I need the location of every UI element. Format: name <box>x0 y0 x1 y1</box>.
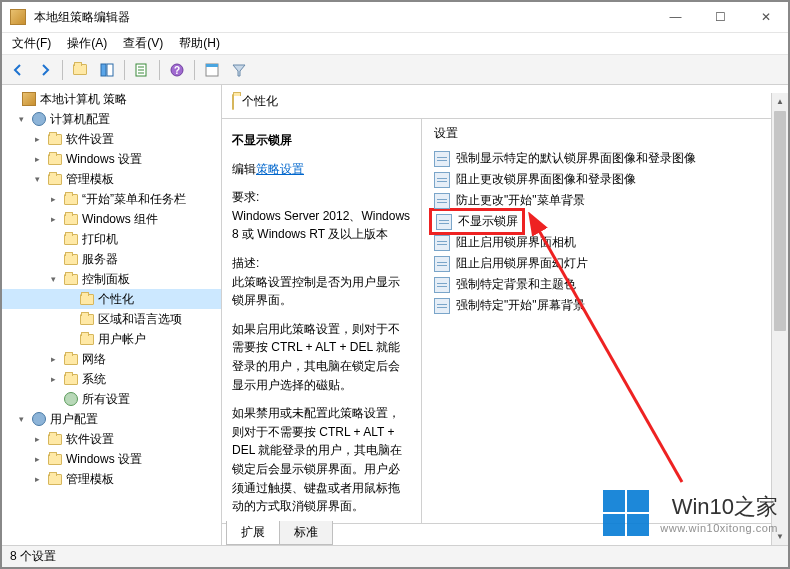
list-item[interactable]: 阻止启用锁屏界面相机 <box>434 232 776 253</box>
settings-list-column: 设置 强制显示特定的默认锁屏界面图像和登录图像 阻止更改锁屏界面图像和登录图像 … <box>422 119 788 523</box>
window-title: 本地组策略编辑器 <box>34 9 653 26</box>
tree-label: 所有设置 <box>82 391 130 408</box>
separator <box>62 60 63 80</box>
list-item[interactable]: 阻止更改锁屏界面图像和登录图像 <box>434 169 776 190</box>
tree-windows-settings[interactable]: ▸Windows 设置 <box>2 149 221 169</box>
tree-label: 打印机 <box>82 231 118 248</box>
list-label: 阻止启用锁屏界面相机 <box>456 234 576 251</box>
tree-region-language[interactable]: 区域和语言选项 <box>2 309 221 329</box>
policy-icon <box>434 298 450 314</box>
list-item[interactable]: 强制特定背景和主题色 <box>434 274 776 295</box>
list-label: 强制特定"开始"屏幕背景 <box>456 297 585 314</box>
edit-label: 编辑 <box>232 162 256 176</box>
content-body: 本地计算机 策略 ▾计算机配置 ▸软件设置 ▸Windows 设置 ▾管理模板 … <box>2 85 788 545</box>
tree-system[interactable]: ▸系统 <box>2 369 221 389</box>
close-button[interactable]: ✕ <box>743 2 788 32</box>
policy-icon <box>434 151 450 167</box>
list-label: 阻止更改锁屏界面图像和登录图像 <box>456 171 636 188</box>
forward-button[interactable] <box>33 58 57 82</box>
help-button[interactable]: ? <box>165 58 189 82</box>
tree-label: 计算机配置 <box>50 111 110 128</box>
menu-help[interactable]: 帮助(H) <box>179 35 220 52</box>
list-label: 强制显示特定的默认锁屏界面图像和登录图像 <box>456 150 696 167</box>
scroll-thumb[interactable] <box>774 111 786 331</box>
tree-user-windows[interactable]: ▸Windows 设置 <box>2 449 221 469</box>
svg-rect-1 <box>107 64 113 76</box>
svg-text:?: ? <box>174 65 180 76</box>
tree-label: Windows 组件 <box>82 211 158 228</box>
menu-view[interactable]: 查看(V) <box>123 35 163 52</box>
tree-label: 控制面板 <box>82 271 130 288</box>
tree-server[interactable]: 服务器 <box>2 249 221 269</box>
description-label: 描述: <box>232 256 259 270</box>
tree-label: 系统 <box>82 371 106 388</box>
tree-label: “开始”菜单和任务栏 <box>82 191 186 208</box>
tree-software-settings[interactable]: ▸软件设置 <box>2 129 221 149</box>
tree-pane: 本地计算机 策略 ▾计算机配置 ▸软件设置 ▸Windows 设置 ▾管理模板 … <box>2 85 222 545</box>
scroll-down-button[interactable]: ▼ <box>772 528 788 545</box>
back-button[interactable] <box>6 58 30 82</box>
tree-control-panel[interactable]: ▾控制面板 <box>2 269 221 289</box>
svg-rect-0 <box>101 64 106 76</box>
maximize-button[interactable]: ☐ <box>698 2 743 32</box>
tree-network[interactable]: ▸网络 <box>2 349 221 369</box>
window-root: 本地组策略编辑器 — ☐ ✕ 文件(F) 操作(A) 查看(V) 帮助(H) ?… <box>0 0 790 569</box>
tree-all-settings[interactable]: 所有设置 <box>2 389 221 409</box>
policy-icon <box>434 256 450 272</box>
policy-icon <box>434 193 450 209</box>
tree-user-config[interactable]: ▾用户配置 <box>2 409 221 429</box>
description-text-1: 此策略设置控制是否为用户显示锁屏界面。 <box>232 275 400 308</box>
show-hide-tree-button[interactable] <box>95 58 119 82</box>
filter-button[interactable] <box>227 58 251 82</box>
tree-label: 软件设置 <box>66 131 114 148</box>
preview-header: 个性化 <box>222 85 788 119</box>
tree-user-accounts[interactable]: 用户帐户 <box>2 329 221 349</box>
column-header[interactable]: 设置 <box>422 119 788 148</box>
tree-root[interactable]: 本地计算机 策略 <box>2 89 221 109</box>
tree-printer[interactable]: 打印机 <box>2 229 221 249</box>
tab-standard[interactable]: 标准 <box>279 521 333 545</box>
list-item[interactable]: 强制显示特定的默认锁屏界面图像和登录图像 <box>434 148 776 169</box>
tree-personalization[interactable]: 个性化 <box>2 289 221 309</box>
status-bar: 8 个设置 <box>2 545 788 567</box>
menu-action[interactable]: 操作(A) <box>67 35 107 52</box>
tree-label: Windows 设置 <box>66 451 142 468</box>
properties-button[interactable] <box>200 58 224 82</box>
preview-tabs: 扩展 标准 <box>222 523 788 545</box>
list-item[interactable]: 强制特定"开始"屏幕背景 <box>434 295 776 316</box>
description-column: 不显示锁屏 编辑策略设置 要求:Windows Server 2012、Wind… <box>222 119 422 523</box>
tree-label: 管理模板 <box>66 171 114 188</box>
separator <box>124 60 125 80</box>
tab-extended[interactable]: 扩展 <box>226 521 280 545</box>
settings-list: 强制显示特定的默认锁屏界面图像和登录图像 阻止更改锁屏界面图像和登录图像 防止更… <box>422 148 788 523</box>
scroll-up-button[interactable]: ▲ <box>772 93 788 110</box>
tree-user-admin[interactable]: ▸管理模板 <box>2 469 221 489</box>
tree-admin-templates[interactable]: ▾管理模板 <box>2 169 221 189</box>
menu-file[interactable]: 文件(F) <box>12 35 51 52</box>
separator <box>159 60 160 80</box>
vertical-scrollbar[interactable]: ▲ ▼ <box>771 93 788 545</box>
tree-label: 网络 <box>82 351 106 368</box>
tree-label: 用户帐户 <box>98 331 146 348</box>
titlebar: 本地组策略编辑器 — ☐ ✕ <box>2 2 788 33</box>
export-list-button[interactable] <box>130 58 154 82</box>
selected-policy-title: 不显示锁屏 <box>232 131 411 150</box>
tree-user-software[interactable]: ▸软件设置 <box>2 429 221 449</box>
tree-start-taskbar[interactable]: ▸“开始”菜单和任务栏 <box>2 189 221 209</box>
up-folder-button[interactable] <box>68 58 92 82</box>
status-text: 8 个设置 <box>10 548 56 565</box>
requirements-text: Windows Server 2012、Windows 8 或 Windows … <box>232 209 410 242</box>
tree-label: 软件设置 <box>66 431 114 448</box>
tree-label: 个性化 <box>98 291 134 308</box>
list-item-highlighted[interactable]: 不显示锁屏 <box>434 211 776 232</box>
policy-icon <box>434 235 450 251</box>
policy-icon <box>436 214 452 230</box>
tree-windows-components[interactable]: ▸Windows 组件 <box>2 209 221 229</box>
toolbar: ? <box>2 55 788 85</box>
list-item[interactable]: 阻止启用锁屏界面幻灯片 <box>434 253 776 274</box>
edit-policy-link[interactable]: 策略设置 <box>256 162 304 176</box>
list-label: 强制特定背景和主题色 <box>456 276 576 293</box>
tree-computer-config[interactable]: ▾计算机配置 <box>2 109 221 129</box>
minimize-button[interactable]: — <box>653 2 698 32</box>
list-label: 阻止启用锁屏界面幻灯片 <box>456 255 588 272</box>
